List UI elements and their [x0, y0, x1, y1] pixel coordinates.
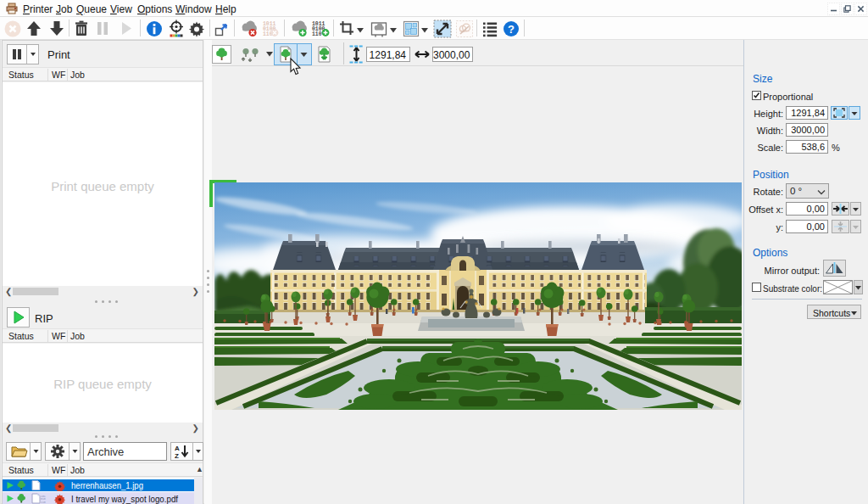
svg-text:110: 110 [41, 501, 46, 504]
svg-text:A: A [175, 445, 180, 452]
svg-text:I travel my way_spot logo.pdf: I travel my way_spot logo.pdf [71, 494, 179, 504]
svg-text:herrenhausen_1.jpg: herrenhausen_1.jpg [71, 480, 143, 490]
svg-text:?: ? [508, 23, 515, 36]
svg-text:Z: Z [175, 452, 179, 460]
svg-text:110: 110 [312, 31, 322, 37]
